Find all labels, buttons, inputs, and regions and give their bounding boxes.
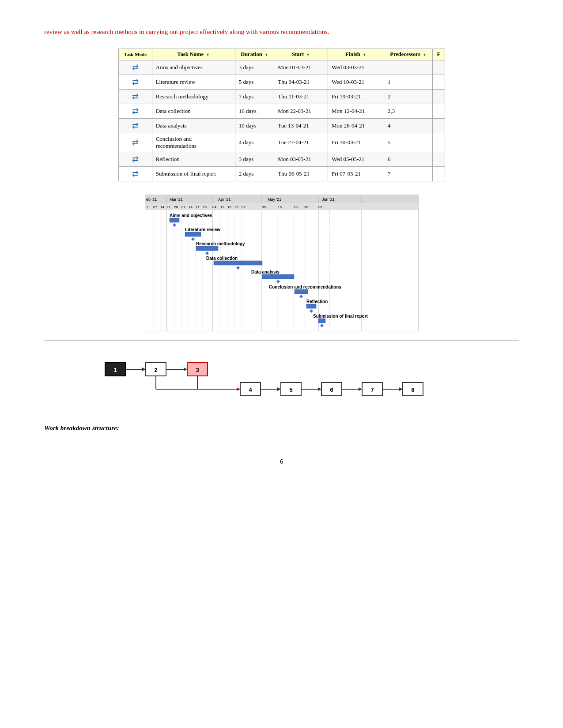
predecessors-cell: 2,3 — [384, 104, 433, 118]
task-mode-icon: ⇄ — [132, 106, 139, 116]
work-breakdown-label: Work breakdown structure: — [44, 424, 519, 432]
task-name-cell: Data analysis — [152, 118, 235, 133]
f-cell — [433, 152, 445, 166]
svg-marker-55 — [191, 237, 195, 241]
sort-arrow-predecessors: ▼ — [423, 53, 427, 57]
svg-marker-73 — [320, 324, 324, 327]
col-header-predecessors: Predecessors ▼ — [384, 49, 433, 60]
svg-text:21: 21 — [166, 205, 170, 209]
task-mode-cell: ⇄ — [118, 166, 152, 181]
table-row: ⇄Data collection16 daysMon 22-03-21Mon 1… — [118, 104, 445, 118]
svg-text:16: 16 — [278, 205, 282, 209]
start-cell: Mon 22-03-21 — [274, 104, 328, 118]
svg-text:Conclusion and recommendations: Conclusion and recommendations — [269, 285, 341, 289]
th-f-label: F — [437, 51, 441, 57]
start-cell: Thu 11-03-21 — [274, 89, 328, 104]
duration-cell: 4 days — [235, 133, 274, 152]
duration-cell: 5 days — [235, 75, 274, 89]
svg-marker-97 — [318, 387, 321, 391]
svg-text:Data analysis: Data analysis — [251, 270, 280, 274]
table-row: ⇄Aims and objectives3 daysMon 01-03-21We… — [118, 60, 445, 75]
table-row: ⇄Literature review5 daysThu 04-03-21Wed … — [118, 75, 445, 89]
svg-marker-87 — [237, 387, 240, 391]
th-task-name-label: Task Name — [177, 51, 204, 57]
svg-text:Literature review: Literature review — [185, 227, 220, 232]
task-name-cell: Data collection — [152, 104, 235, 118]
col-header-start: Start ▼ — [274, 49, 328, 60]
task-name-cell: Conclusion and recommendations — [152, 133, 235, 152]
col-header-finish: Finish ▼ — [328, 49, 384, 60]
task-name-cell: Aims and objectives — [152, 60, 235, 75]
svg-text:28: 28 — [203, 205, 207, 209]
network-diagram-container: 1 2 3 4 5 6 — [44, 349, 519, 407]
svg-text:Mar '21: Mar '21 — [170, 197, 183, 202]
svg-marker-82 — [184, 368, 187, 371]
divider — [44, 340, 519, 341]
f-cell — [433, 166, 445, 181]
th-predecessors-label: Predecessors — [390, 51, 420, 57]
svg-marker-61 — [236, 266, 240, 270]
intro-paragraph: review as well as research methods in ca… — [44, 26, 519, 38]
task-mode-cell: ⇄ — [118, 104, 152, 118]
svg-marker-64 — [276, 280, 280, 283]
task-mode-cell: ⇄ — [118, 133, 152, 152]
svg-marker-78 — [142, 368, 146, 371]
f-cell — [433, 133, 445, 152]
svg-text:11: 11 — [220, 205, 224, 209]
task-mode-cell: ⇄ — [118, 152, 152, 166]
table-row: ⇄Data analysis10 daysTue 13-04-21Mon 26-… — [118, 118, 445, 133]
svg-text:Submission of final report: Submission of final report — [313, 314, 368, 319]
start-cell: Thu 06-05-21 — [274, 166, 328, 181]
th-finish-label: Finish — [345, 51, 360, 57]
svg-text:07: 07 — [181, 205, 185, 209]
svg-text:Apr '21: Apr '21 — [218, 197, 230, 202]
f-cell — [433, 60, 445, 75]
gantt-chart-svg: eb '21 Mar '21 Apr '21 May '21 Jun '21 1… — [145, 195, 419, 331]
duration-cell: 16 days — [235, 104, 274, 118]
finish-cell: Fri 30-04-21 — [328, 133, 384, 152]
svg-text:Aims and objectives: Aims and objectives — [170, 213, 212, 218]
f-cell — [433, 104, 445, 118]
svg-marker-101 — [359, 387, 362, 391]
th-duration-label: Duration — [241, 51, 262, 57]
svg-text:18: 18 — [227, 205, 231, 209]
f-cell — [433, 118, 445, 133]
task-name-cell: Submission of final report — [152, 166, 235, 181]
predecessors-cell: 6 — [384, 152, 433, 166]
svg-text:Research methodology: Research methodology — [196, 241, 245, 246]
task-name-cell: Reflection — [152, 152, 235, 166]
svg-text:30: 30 — [304, 205, 308, 209]
task-name-cell: Literature review — [152, 75, 235, 89]
col-header-duration: Duration ▼ — [235, 49, 274, 60]
finish-cell: Fri 07-05-21 — [328, 166, 384, 181]
start-cell: Thu 04-03-21 — [274, 75, 328, 89]
svg-rect-54 — [185, 232, 201, 236]
svg-text:14: 14 — [160, 205, 164, 209]
svg-text:May '21: May '21 — [268, 197, 281, 202]
svg-text:1: 1 — [146, 205, 148, 209]
task-mode-cell: ⇄ — [118, 118, 152, 133]
duration-cell: 3 days — [235, 152, 274, 166]
svg-rect-69 — [306, 304, 316, 308]
svg-marker-52 — [173, 223, 176, 227]
task-mode-icon: ⇄ — [132, 169, 139, 179]
svg-rect-0 — [145, 195, 419, 203]
table-row: ⇄Submission of final report2 daysThu 06-… — [118, 166, 445, 181]
finish-cell: Wed 03-03-21 — [328, 60, 384, 75]
svg-text:Jun '21: Jun '21 — [322, 197, 335, 202]
finish-cell: Mon 26-04-21 — [328, 118, 384, 133]
svg-text:23: 23 — [294, 205, 298, 209]
start-cell: Mon 03-05-21 — [274, 152, 328, 166]
svg-text:28: 28 — [174, 205, 178, 209]
svg-text:Data collection: Data collection — [206, 256, 238, 261]
task-mode-cell: ⇄ — [118, 60, 152, 75]
svg-marker-67 — [299, 295, 303, 298]
svg-marker-93 — [277, 387, 281, 391]
svg-text:1: 1 — [113, 367, 117, 373]
sort-arrow-finish: ▼ — [363, 53, 367, 57]
svg-rect-66 — [295, 289, 308, 294]
svg-text:14: 14 — [189, 205, 193, 209]
svg-text:21: 21 — [196, 205, 200, 209]
task-mode-icon: ⇄ — [132, 154, 139, 164]
predecessors-cell — [384, 60, 433, 75]
